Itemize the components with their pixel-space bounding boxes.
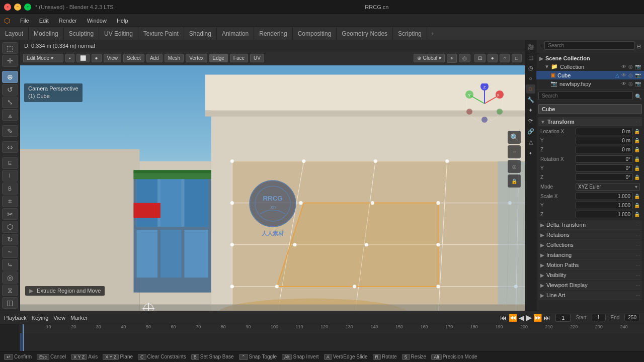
location-x-lock[interactable]: 🔒 [634,129,640,134]
fspy-visibility-icon[interactable]: 👁 [621,81,626,86]
collection-item[interactable]: ▼ 📁 Collection 👁 ◎ 📷 [536,62,644,71]
shading-btn[interactable]: ● [488,54,498,62]
vp-menu-add[interactable]: Add [146,54,163,62]
viewport-type-solid[interactable]: ▪ [65,54,74,62]
rotation-x-lock[interactable]: 🔒 [634,156,640,162]
tab-geometry-nodes[interactable]: Geometry Nodes [337,27,393,40]
tab-rendering[interactable]: Rendering [254,27,292,40]
object-name-field[interactable]: Cube [538,104,642,114]
menu-render[interactable]: Render [57,17,79,25]
mode-selector[interactable]: Edit Mode ▾ [23,54,63,62]
keying-label[interactable]: Keying [32,315,49,321]
tool-smooth[interactable]: ~ [2,246,18,258]
tool-rotate[interactable]: ↺ [2,84,18,96]
scale-z-lock[interactable]: 🔒 [634,212,640,217]
transform-header[interactable]: ▼ Transform ··· [538,117,642,126]
tool-spin[interactable]: ↻ [2,234,18,245]
prop-scene-btn[interactable]: 🎥 [526,42,535,51]
tool-loop-cut[interactable]: ⌗ [2,196,18,207]
nav-fly[interactable]: ◎ [508,160,521,173]
relations-section[interactable]: ▶ Relations ··· [538,230,642,240]
location-z-input[interactable]: 0 m [576,146,633,153]
vp-menu-edge[interactable]: Edge [209,54,228,62]
vp-menu-mesh[interactable]: Mesh [165,54,184,62]
overlay-btn[interactable]: ⊡ [474,54,486,62]
fspy-item[interactable]: 📷 newfspy.fspy 👁 ◎ 📷 [536,79,644,88]
tl-jump-start[interactable]: ⏮ [500,314,507,322]
rotation-z-lock[interactable]: 🔒 [634,174,640,180]
location-y-input[interactable]: 0 m [576,137,633,144]
timeline-main-area[interactable]: 10 20 30 40 50 60 70 80 90 100 110 120 1… [20,324,644,351]
collections-section[interactable]: ▶ Collections ··· [538,240,642,250]
vp-menu-face[interactable]: Face [230,54,248,62]
prop-renderlayer-btn[interactable]: ◫ [526,53,535,62]
vp-menu-select[interactable]: Select [123,54,144,62]
viewport-type-rendered[interactable]: ● [92,54,102,62]
collection-visibility-icon[interactable]: 👁 [621,64,626,69]
frame-current-display[interactable]: 1 [555,314,571,322]
tl-view-label[interactable]: View [53,315,65,321]
motion-paths-section[interactable]: ▶ Motion Paths ··· [538,260,642,270]
tool-bevel[interactable]: B [2,183,18,194]
vp-menu-uv[interactable]: UV [250,54,264,62]
prop-particles-btn[interactable]: ✦ [526,106,535,115]
fspy-render-icon[interactable]: 📷 [635,81,641,86]
end-value[interactable]: 250 [624,314,640,321]
proportional-edit[interactable]: ◎ [459,54,470,62]
blender-logo[interactable]: ⬡ [4,17,10,25]
rotation-x-input[interactable]: 0° [576,155,633,163]
tool-select[interactable]: ⬚ [2,42,18,54]
cube-visibility-icon[interactable]: 👁 [621,72,626,78]
menu-file[interactable]: File [18,17,31,25]
menu-help[interactable]: Help [115,17,130,25]
scale-z-input[interactable]: 1.000 [576,211,633,218]
viewport-type-wire[interactable]: ⬜ [76,54,90,62]
prop-material-btn[interactable]: ⬥ [526,148,535,157]
tool-knife[interactable]: ✂ [2,208,18,220]
tool-scale[interactable]: ⤡ [2,97,18,108]
collection-hide-viewport-icon[interactable]: ◎ [628,64,633,69]
prop-search-input[interactable] [538,92,633,100]
wireframe-overlay[interactable]: □ [512,54,522,62]
menu-edit[interactable]: Edit [37,17,51,25]
scale-y-input[interactable]: 1.000 [576,202,633,209]
rotation-y-input[interactable]: 0° [576,164,633,172]
viewport-display-section[interactable]: ▶ Viewport Display ··· [538,281,642,290]
prop-physics-btn[interactable]: ⟳ [526,116,535,125]
menu-window[interactable]: Window [85,17,109,25]
cube-render-icon[interactable]: 📷 [635,72,641,78]
transform-space[interactable]: ⊕ Global ▾ [414,54,444,62]
vp-menu-view[interactable]: View [104,54,122,62]
outliner-filter-icon[interactable]: ⊟ [636,43,641,50]
rotation-y-lock[interactable]: 🔒 [634,165,640,171]
render-preview[interactable]: ○ [500,54,510,62]
visibility-section[interactable]: ▶ Visibility ··· [538,270,642,280]
nav-zoom-out[interactable]: − [508,145,521,158]
nav-zoom-in[interactable]: 🔍 [508,131,521,144]
tl-next-frame[interactable]: ⏩ [533,314,542,322]
collection-render-icon[interactable]: 📷 [635,64,641,69]
cube-viewport-icon[interactable]: ◎ [628,72,633,78]
marker-label[interactable]: Marker [70,315,88,321]
rotation-mode-select[interactable]: XYZ Euler ▾ [576,183,640,191]
tool-edge-slide[interactable]: ⤷ [2,259,18,270]
prop-world-btn[interactable]: ○ [526,74,535,83]
cube-edit-mode-icon[interactable]: △ [615,72,619,78]
tab-texture-paint[interactable]: Texture Paint [138,27,184,40]
tool-move[interactable]: ⊕ [2,71,18,82]
tl-jump-end[interactable]: ⏭ [543,314,550,322]
playback-label[interactable]: Playback [4,315,27,321]
tool-annotate[interactable]: ✎ [2,125,18,137]
tab-uv-editing[interactable]: UV Editing [99,27,138,40]
tab-layout[interactable]: Layout [0,27,29,40]
viewport-3d[interactable]: Camera Perspective (1) Cube X Y [20,65,525,311]
vp-menu-vertex[interactable]: Vertex [186,54,207,62]
tool-cursor[interactable]: ✛ [2,55,18,66]
tool-shear[interactable]: ⧖ [2,285,18,296]
scale-x-input[interactable]: 1.000 [576,193,633,200]
prop-scene2-btn[interactable]: ◷ [526,63,535,72]
start-value[interactable]: 1 [592,314,606,321]
rotation-z-input[interactable]: 0° [576,173,633,181]
prop-constraints-btn[interactable]: 🔗 [526,127,535,136]
tl-play[interactable]: ▶ [526,313,532,322]
